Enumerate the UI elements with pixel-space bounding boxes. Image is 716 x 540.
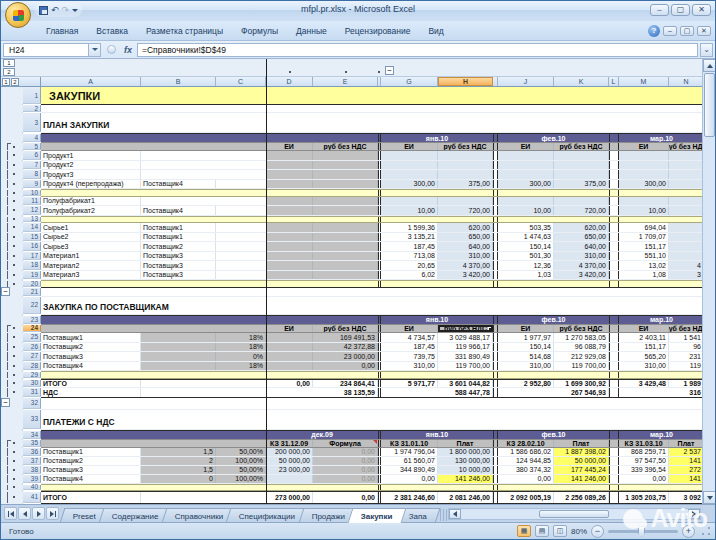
cell-J19[interactable]: 1,03 <box>498 271 554 280</box>
cell-A36[interactable]: Поставщик1 <box>41 448 141 456</box>
window-close-button[interactable]: ✕ <box>692 4 711 16</box>
cell-N30[interactable]: 1 989 <box>669 380 704 388</box>
expand-formula-bar-icon[interactable]: ⌄ <box>700 43 713 57</box>
cell-E18[interactable] <box>313 261 378 270</box>
ribbon-tab-1[interactable]: Главная <box>37 23 87 40</box>
cell-M37[interactable]: 97 547,50 <box>619 457 669 465</box>
row-header-25[interactable]: 25 <box>23 333 41 342</box>
horizontal-scrollbar[interactable] <box>448 508 701 520</box>
cell-K18[interactable]: 4 370,00 <box>554 261 609 270</box>
cell-A18[interactable]: Материал2 <box>41 261 141 270</box>
cell-H14[interactable]: 620,00 <box>438 223 493 232</box>
cell-C39[interactable]: 100,00% <box>216 475 266 483</box>
cell-A22[interactable]: ЗАКУПКА ПО ПОСТАВЩИКАМ <box>41 297 141 314</box>
cell-A14[interactable]: Сырье1 <box>41 223 141 232</box>
cell-JK4[interactable]: фев.10 <box>498 134 609 142</box>
column-header-M[interactable]: M <box>619 77 669 86</box>
row-header-33[interactable]: 33 <box>23 410 41 429</box>
cell-E36[interactable]: 0,00 <box>313 448 378 456</box>
cell-G18[interactable]: 20,65 <box>381 261 438 270</box>
sheet-nav-prev-button[interactable] <box>18 507 31 520</box>
cell-M41[interactable]: 1 305 203,75 <box>619 492 669 503</box>
cell-K15[interactable]: 650,00 <box>554 233 609 242</box>
cell-J18[interactable]: 12,36 <box>498 261 554 270</box>
cell-K19[interactable]: 3 420,00 <box>554 271 609 280</box>
cell-K26[interactable]: 96 088,79 <box>554 343 609 352</box>
cell-N35[interactable]: Плат <box>669 440 704 447</box>
cell-D7[interactable] <box>266 161 313 170</box>
zoom-in-button[interactable]: + <box>682 525 695 538</box>
cell-D35[interactable]: КЗ 31.12.09 <box>266 440 313 447</box>
cell-D11[interactable] <box>266 197 313 206</box>
cell-M28[interactable]: 310,00 <box>619 362 669 371</box>
cell-G14[interactable]: 1 599,36 <box>381 223 438 232</box>
scroll-right-icon[interactable] <box>688 509 700 519</box>
cell-D5[interactable]: ЕИ <box>266 143 313 150</box>
cell-B39[interactable]: 0 <box>141 475 216 483</box>
cell-K41[interactable]: 2 256 089,26 <box>554 492 609 503</box>
cell-G35[interactable]: КЗ 31.01.10 <box>381 440 438 447</box>
cell-E19[interactable] <box>313 271 378 280</box>
cell-N16[interactable] <box>669 242 704 251</box>
cell-J41[interactable]: 2 092 005,19 <box>498 492 554 503</box>
cell-N41[interactable]: 3 092 <box>669 492 704 503</box>
cell-J8[interactable] <box>498 170 554 179</box>
cell-N9[interactable] <box>669 180 704 189</box>
cell-B27[interactable] <box>141 352 216 361</box>
cell-A39[interactable]: Поставщик4 <box>41 475 141 483</box>
cell-E24[interactable]: руб без НДС <box>313 325 378 333</box>
cell-M35[interactable]: КЗ 31.03.10 <box>619 440 669 447</box>
cell-M15[interactable]: 1 709,07 <box>619 233 669 242</box>
cell-E25[interactable]: 169 491,53 <box>313 333 378 342</box>
col-outline-level-2-button[interactable]: 2 <box>3 68 15 76</box>
row-header-39[interactable]: 39 <box>23 475 41 483</box>
insert-function-button[interactable] <box>107 45 116 54</box>
cell-D8[interactable] <box>266 170 313 179</box>
cell-H39[interactable]: 141 246,00 <box>438 475 493 483</box>
cell-D6[interactable] <box>266 151 313 160</box>
cell-B38[interactable]: 1,5 <box>141 466 216 474</box>
cell-D27[interactable] <box>266 352 313 361</box>
cell-A27[interactable]: Поставщик3 <box>41 352 141 361</box>
cell-M8[interactable] <box>619 170 669 179</box>
cell-MN34[interactable]: мар.10 <box>619 431 704 439</box>
cell-K6[interactable] <box>554 151 609 160</box>
row-header-30[interactable]: 30 <box>23 380 41 388</box>
cell-G11[interactable] <box>381 197 438 206</box>
cell-D28[interactable] <box>266 362 313 371</box>
cell-H41[interactable]: 2 081 246,00 <box>438 492 493 503</box>
cell-N6[interactable] <box>669 151 704 160</box>
row-header-7[interactable]: 7 <box>23 161 41 170</box>
cell-C27[interactable]: 0% <box>216 352 266 361</box>
cell-B9[interactable]: Поставщик4 <box>141 180 216 189</box>
row-header-32[interactable]: 32 <box>23 398 41 409</box>
cell-N12[interactable] <box>669 206 704 215</box>
zoom-out-button[interactable]: − <box>591 525 604 538</box>
cell-MN23[interactable]: мар.10 <box>619 316 704 324</box>
cell-A17[interactable]: Материал1 <box>41 252 141 261</box>
cell-H30[interactable]: 3 601 044,82 <box>438 380 493 388</box>
cell-N15[interactable] <box>669 233 704 242</box>
cell-B15[interactable]: Поставщик1 <box>141 233 216 242</box>
column-header-B[interactable]: B <box>141 77 216 86</box>
cell-H24[interactable]: руб без НДС <box>438 325 493 333</box>
cell-K17[interactable]: 310,00 <box>554 252 609 261</box>
formula-input[interactable]: =Справочники!$D$49 <box>137 43 698 57</box>
row-header-24[interactable]: 24 <box>23 325 41 333</box>
row-header-11[interactable]: 11 <box>23 197 41 206</box>
view-page-layout-button[interactable]: ▤ <box>535 525 549 537</box>
cell-D24[interactable]: ЕИ <box>266 325 313 333</box>
cell-E30[interactable]: 234 864,41 <box>313 380 378 388</box>
cell-M7[interactable] <box>619 161 669 170</box>
cell-GH4[interactable]: янв.10 <box>381 134 493 142</box>
cell-A16[interactable]: Сырье3 <box>41 242 141 251</box>
cell-K16[interactable]: 640,00 <box>554 242 609 251</box>
cell-C37[interactable]: 100,00% <box>216 457 266 465</box>
cell-B12[interactable]: Поставщик4 <box>141 206 216 215</box>
cell-G12[interactable]: 10,00 <box>381 206 438 215</box>
cell-E11[interactable] <box>313 197 378 206</box>
cell-A38[interactable]: Поставщик3 <box>41 466 141 474</box>
cell-K5[interactable]: руб без НДС <box>554 143 609 150</box>
ribbon-tab-2[interactable]: Вставка <box>87 23 137 40</box>
cell-C26[interactable]: 18% <box>216 343 266 352</box>
